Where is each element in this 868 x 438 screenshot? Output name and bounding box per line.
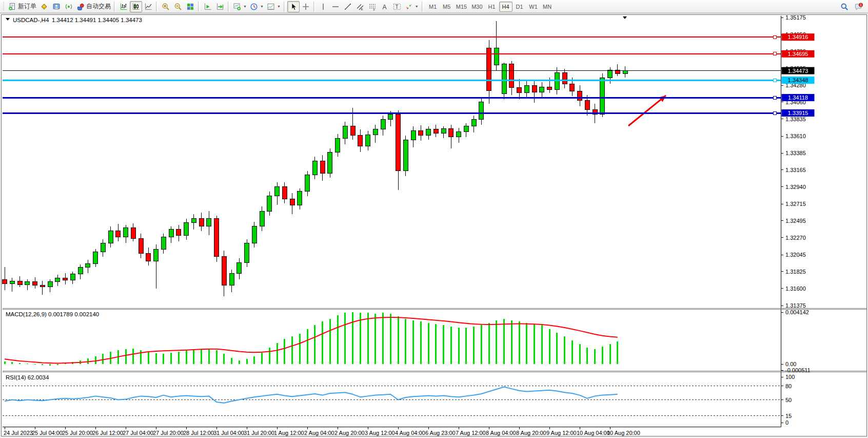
line-chart-button[interactable] — [142, 1, 154, 12]
search-button[interactable] — [838, 1, 851, 12]
date-axis-label: 7 Aug 12:00 — [456, 430, 486, 436]
timeframe-button-h1[interactable]: H1 — [485, 2, 499, 12]
horizontal-line-button[interactable] — [329, 1, 342, 12]
horizontal-line-1.34916[interactable]: 1.34916 — [3, 33, 815, 41]
cursor-icon — [289, 3, 298, 11]
date-axis-label: 25 Jul 20:00 — [62, 430, 93, 436]
date-axis-label: 26 Jul 12:00 — [92, 430, 123, 436]
macd-axis-tick: 0.004142 — [785, 309, 809, 315]
price-line-label: 1.34118 — [788, 94, 808, 101]
arrows-icon — [405, 3, 413, 11]
horizontal-line-1.33915[interactable]: 1.33915 — [3, 109, 815, 117]
chart-shift-marker[interactable] — [623, 16, 627, 19]
trend-arrow-annotation[interactable] — [628, 96, 666, 126]
tile-windows-button[interactable] — [184, 1, 196, 12]
toolbar-separator — [422, 2, 424, 12]
timeframe-button-d1[interactable]: D1 — [513, 2, 526, 12]
price-axis-tick: 1.33165 — [785, 167, 806, 173]
price-axis-tick: 1.32045 — [785, 252, 806, 258]
date-axis-label: 10 Aug 04:00 — [577, 430, 610, 436]
zoom-in-button[interactable] — [160, 1, 172, 12]
toolbar-separator — [156, 2, 158, 12]
metaeditor-button[interactable] — [50, 1, 63, 12]
new-order-icon — [8, 3, 16, 11]
candlesticks — [3, 21, 628, 296]
timeframe-button-mn[interactable]: MN — [541, 2, 554, 12]
symbol-dropdown-icon[interactable] — [6, 18, 10, 21]
horizontal-line-1.34473[interactable]: 1.34473 — [3, 67, 815, 74]
crosshair-button[interactable] — [300, 1, 312, 12]
annotations[interactable] — [628, 96, 666, 126]
new-chart-button-dropdown-icon[interactable]: ▼ — [243, 5, 247, 8]
horizontal-lines[interactable]: 1.349161.346951.344731.343481.341181.339… — [3, 33, 815, 117]
zoom-out-button[interactable] — [172, 1, 184, 12]
arrows-button-dropdown-icon[interactable]: ▼ — [415, 5, 419, 8]
auto-trading-button[interactable]: 自动交易 — [75, 1, 112, 12]
templates-button[interactable]: ▼ — [265, 1, 282, 12]
periods-button-dropdown-icon[interactable]: ▼ — [260, 5, 264, 8]
arrows-button[interactable]: ▼ — [403, 1, 420, 12]
auto-scroll-button[interactable] — [214, 1, 226, 12]
svg-text:F: F — [373, 8, 375, 11]
date-axis-label: 1 Aug 12:00 — [274, 430, 304, 436]
candle-chart-icon — [132, 3, 140, 11]
timeframe-button-m15[interactable]: M15 — [454, 2, 469, 12]
new-order-button[interactable]: 新订单 — [7, 1, 38, 12]
trendline-button[interactable] — [342, 1, 354, 12]
text-button[interactable]: A — [379, 1, 391, 12]
svg-text:T: T — [395, 4, 398, 10]
new-chart-button[interactable]: ▼ — [231, 1, 248, 12]
toolbar-separator — [228, 2, 230, 12]
toolbar-separator — [198, 2, 200, 12]
rsi-axis-tick: 100 — [785, 374, 795, 380]
trendline-icon — [344, 3, 352, 11]
price-line-label: 1.33915 — [788, 110, 808, 116]
new-order-button-label: 新订单 — [18, 2, 36, 11]
candle-chart-button[interactable] — [130, 1, 142, 12]
timeframe-button-w1[interactable]: W1 — [527, 2, 540, 12]
templates-icon — [267, 3, 275, 11]
zoom-in-icon — [162, 3, 170, 11]
rsi-indicator-label: RSI(14) 62.0034 — [6, 374, 49, 380]
bar-chart-button[interactable] — [117, 1, 130, 12]
chart-area[interactable]: 1.351751.349501.347301.345051.342801.340… — [2, 15, 867, 436]
timeframe-group: M1M5M15M30H1H4D1W1MN — [426, 2, 554, 12]
chart-title-symbol: USDCAD-,H4 — [13, 17, 49, 23]
templates-button-dropdown-icon[interactable]: ▼ — [277, 5, 281, 8]
vertical-line-button[interactable] — [317, 1, 329, 12]
main-toolbar: 新订单自动交易▼▼▼EFAT▼M1M5M15M30H1H4D1W1MN1 — [0, 0, 868, 13]
macd-axis-tick: 0.00 — [785, 361, 796, 367]
chart-window[interactable]: 1.351751.349501.347301.345051.342801.340… — [1, 14, 867, 436]
chart-shift-button[interactable] — [202, 1, 214, 12]
horizontal-line-1.34695[interactable]: 1.34695 — [3, 50, 815, 58]
price-line-label: 1.34916 — [788, 34, 808, 40]
macd-axis-tick: -0.000511 — [785, 367, 811, 373]
macd-panel: 0.0041420.00-0.000511 — [4, 309, 811, 373]
text-label-button[interactable]: T — [391, 1, 403, 12]
signals-button[interactable] — [63, 1, 75, 12]
price-axis-tick: 1.31825 — [785, 269, 806, 275]
timeframe-button-m1[interactable]: M1 — [426, 2, 440, 12]
toolbar-separator — [284, 2, 286, 12]
date-axis-label: 24 Jul 2023 — [4, 430, 33, 436]
timeframe-button-m5[interactable]: M5 — [440, 2, 453, 12]
date-axis-label: 8 Aug 04:00 — [486, 430, 516, 436]
price-axis-tick: 1.32270 — [785, 235, 806, 241]
horizontal-line-1.34348[interactable]: 1.34348 — [3, 77, 815, 84]
tile-windows-icon — [186, 3, 194, 11]
date-axis-label: 31 Jul 04:00 — [213, 430, 244, 436]
market-watch-button[interactable] — [38, 1, 50, 12]
horizontal-line-1.34118[interactable]: 1.34118 — [3, 94, 815, 101]
periods-button[interactable]: ▼ — [248, 1, 265, 12]
price-axis-tick: 1.35175 — [785, 15, 806, 21]
timeframe-button-m30[interactable]: M30 — [469, 2, 484, 12]
cursor-button[interactable] — [287, 1, 300, 12]
timeframe-button-h4[interactable]: H4 — [499, 2, 512, 12]
notifications-button[interactable]: 1 — [853, 1, 865, 12]
equidistant-channel-button[interactable]: E — [354, 1, 366, 12]
fibonacci-icon: F — [368, 3, 377, 11]
signals-icon — [65, 3, 73, 11]
text-label-icon: T — [393, 3, 401, 11]
auto-trading-button-label: 自动交易 — [86, 2, 111, 11]
fibonacci-button[interactable]: F — [366, 1, 379, 12]
